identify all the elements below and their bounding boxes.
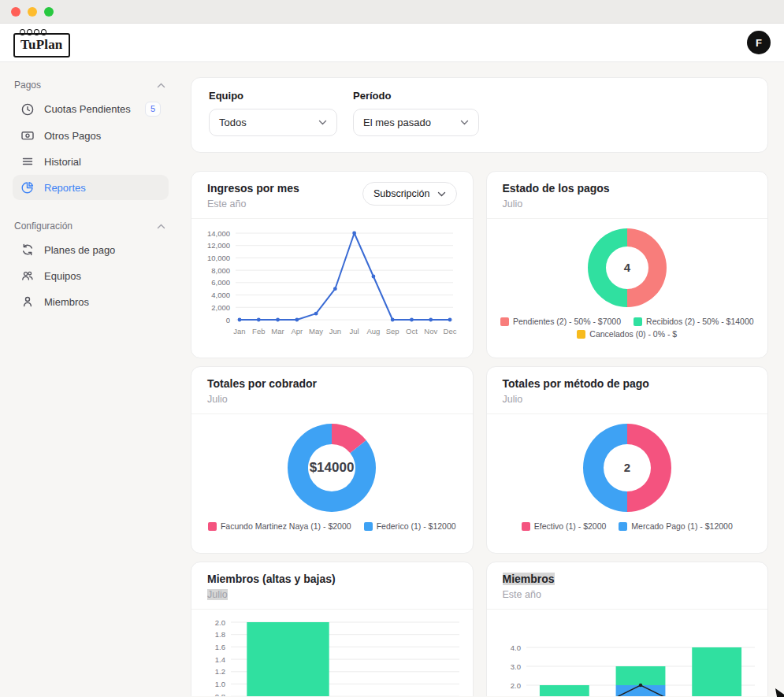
legend-swatch xyxy=(500,317,509,326)
section-label: Configuración xyxy=(14,221,72,232)
notepad-spiral-icon xyxy=(20,29,46,35)
svg-text:$14000: $14000 xyxy=(310,460,355,475)
legend-swatch xyxy=(522,522,530,531)
metodo-chart-legend: Efectivo (1) - $2000Mercado Pago (1) - $… xyxy=(522,521,733,531)
users-icon xyxy=(20,269,35,283)
legend-item: Recibidos (2) - 50% - $14000 xyxy=(634,317,754,326)
cobrador-donut-chart: $14000 xyxy=(198,421,466,517)
card-title: Miembros xyxy=(503,573,555,585)
svg-text:2,000: 2,000 xyxy=(211,303,230,312)
svg-text:Mar: Mar xyxy=(272,327,284,336)
close-window-button[interactable] xyxy=(11,7,20,17)
legend-label: Recibidos (2) - 50% - $14000 xyxy=(646,317,754,326)
svg-text:Jul: Jul xyxy=(350,327,359,336)
svg-text:1.2: 1.2 xyxy=(215,667,225,676)
svg-text:14,000: 14,000 xyxy=(207,229,230,238)
minimize-window-button[interactable] xyxy=(28,7,37,17)
estado-chart-legend: Pendientes (2) - 50% - $7000Recibidos (2… xyxy=(493,317,762,339)
legend-item: Mercado Pago (1) - $12000 xyxy=(619,521,732,531)
section-label: Pagos xyxy=(14,80,41,91)
chevron-down-icon xyxy=(318,120,327,125)
refresh-icon xyxy=(20,243,35,257)
card-subtitle: Julio xyxy=(503,394,649,405)
legend-label: Mercado Pago (1) - $12000 xyxy=(631,521,732,531)
legend-label: Facundo Martinez Naya (1) - $2000 xyxy=(221,521,351,531)
legend-swatch xyxy=(577,330,585,339)
svg-text:2.0: 2.0 xyxy=(511,681,521,690)
legend-item: Efectivo (1) - $2000 xyxy=(522,521,607,531)
sidebar-item-historial[interactable]: Historial xyxy=(13,149,169,174)
equipo-value: Todos xyxy=(219,117,247,128)
zoom-window-button[interactable] xyxy=(44,7,54,17)
subscription-dropdown-value: Subscripción xyxy=(373,188,430,199)
card-totales-por-cobrador: Totales por cobrador Julio $14000 Facund… xyxy=(191,366,474,554)
legend-label: Federico (1) - $12000 xyxy=(377,521,456,531)
svg-text:Nov: Nov xyxy=(425,327,438,336)
svg-text:1.0: 1.0 xyxy=(215,680,225,688)
estado-donut-chart: 4 xyxy=(493,225,761,312)
sidebar-item-label: Cuotas Pendientes xyxy=(44,103,136,115)
svg-text:8,000: 8,000 xyxy=(211,266,230,275)
app-logo-text: TuPlan xyxy=(20,37,63,52)
svg-text:1.4: 1.4 xyxy=(215,655,225,664)
svg-text:Feb: Feb xyxy=(252,327,265,336)
list-icon xyxy=(20,154,35,169)
legend-swatch xyxy=(208,522,217,531)
sidebar-item-cuotas-pendientes[interactable]: Cuotas Pendientes 5 xyxy=(13,96,169,122)
svg-text:4,000: 4,000 xyxy=(211,291,230,299)
cobrador-chart-legend: Facundo Martinez Naya (1) - $2000Federic… xyxy=(208,521,456,531)
svg-text:Jan: Jan xyxy=(234,327,246,336)
card-subtitle: Julio xyxy=(207,394,317,405)
pie-chart-icon xyxy=(20,180,35,195)
svg-text:Oct: Oct xyxy=(406,327,418,336)
card-subtitle: Este año xyxy=(207,198,299,209)
subscription-dropdown[interactable]: Subscripción xyxy=(362,182,457,206)
chevron-up-icon xyxy=(157,83,165,88)
sidebar-section-pagos[interactable]: Pagos xyxy=(13,80,169,95)
sidebar-item-label: Otros Pagos xyxy=(44,130,161,142)
svg-text:2: 2 xyxy=(624,461,630,474)
pending-count-badge: 5 xyxy=(145,102,161,117)
legend-label: Pendientes (2) - 50% - $7000 xyxy=(513,317,621,326)
svg-text:0.8: 0.8 xyxy=(215,692,225,696)
chevron-down-icon xyxy=(437,191,446,197)
user-avatar[interactable]: F xyxy=(747,31,771,54)
sidebar-item-reportes[interactable]: Reportes xyxy=(13,175,169,200)
banknote-icon xyxy=(20,128,35,143)
equipo-select[interactable]: Todos xyxy=(209,109,337,136)
user-icon xyxy=(20,295,35,309)
legend-swatch xyxy=(619,522,627,531)
equipo-label: Equipo xyxy=(209,90,337,102)
card-subtitle: Julio xyxy=(207,589,228,600)
sidebar-item-miembros[interactable]: Miembros xyxy=(13,289,169,314)
card-title: Totales por método de pago xyxy=(503,377,649,390)
sidebar-item-label: Reportes xyxy=(44,182,161,194)
svg-text:2.0: 2.0 xyxy=(215,618,225,627)
svg-text:Jun: Jun xyxy=(329,327,341,336)
card-subtitle: Julio xyxy=(503,198,610,209)
legend-item: Cancelados (0) - 0% - $ xyxy=(577,329,677,339)
sidebar-section-configuracion[interactable]: Configuración xyxy=(13,221,169,236)
svg-text:10,000: 10,000 xyxy=(207,254,230,262)
altas-bajas-bar-chart: 0.00.20.40.60.81.01.21.41.61.82.0 xyxy=(199,616,464,696)
sidebar: Pagos Cuotas Pendientes 5 Otros Pagos Hi… xyxy=(0,62,178,696)
svg-text:1.6: 1.6 xyxy=(215,643,225,651)
sidebar-item-planes-de-pago[interactable]: Planes de pago xyxy=(13,237,169,262)
filters-card: Equipo Todos Período El mes pasado xyxy=(191,77,768,153)
app-logo[interactable]: TuPlan xyxy=(13,33,70,57)
sidebar-item-equipos[interactable]: Equipos xyxy=(13,263,169,288)
card-miembros-altas-bajas: Miembros (altas y bajas) Julio 0.00.20.4… xyxy=(191,562,474,696)
periodo-value: El mes pasado xyxy=(363,117,431,128)
card-subtitle: Este año xyxy=(503,589,555,600)
legend-swatch xyxy=(634,317,642,326)
main-content: Equipo Todos Período El mes pasado I xyxy=(178,62,784,696)
svg-text:3.0: 3.0 xyxy=(511,662,521,671)
sidebar-item-otros-pagos[interactable]: Otros Pagos xyxy=(13,123,169,148)
svg-text:1.8: 1.8 xyxy=(215,630,225,639)
periodo-select[interactable]: El mes pasado xyxy=(353,109,479,136)
legend-item: Pendientes (2) - 50% - $7000 xyxy=(500,317,621,326)
svg-text:Aug: Aug xyxy=(367,327,381,336)
card-title: Ingresos por mes xyxy=(207,182,299,195)
card-miembros-este-anio: Miembros Este año 0.01.02.03.04.0 xyxy=(486,562,769,696)
app-header: TuPlan F xyxy=(0,24,784,62)
